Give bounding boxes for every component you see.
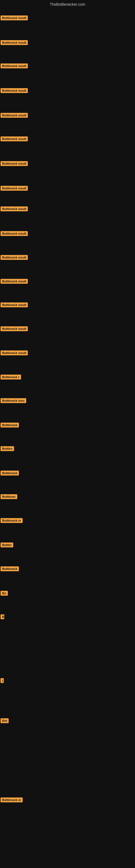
bottleneck-badge-26: B <box>1 614 4 619</box>
bottleneck-badge-10: Bottleneck result <box>1 231 28 236</box>
bottleneck-badge-4: Bottleneck result <box>1 88 28 93</box>
bottleneck-badge-5: Bottleneck result <box>1 113 28 118</box>
bottleneck-badge-2: Bottleneck result <box>1 40 28 45</box>
site-title: TheBottlenecker.com <box>0 2 135 6</box>
bottleneck-badge-25: Bo <box>1 591 8 596</box>
bottleneck-badge-6: Bottleneck result <box>1 136 28 141</box>
bottleneck-badge-1: Bottleneck result <box>1 16 28 20</box>
bottleneck-badge-18: Bottleneck <box>1 423 19 428</box>
bottleneck-badge-20: Bottleneck <box>1 471 19 475</box>
bottleneck-badge-15: Bottleneck result <box>1 350 28 355</box>
bottleneck-badge-19: Bottlen <box>1 446 14 451</box>
bottleneck-badge-21: Bottlenec <box>1 494 17 499</box>
bottleneck-badge-29: Bottleneck re <box>1 798 23 802</box>
bottleneck-badge-28: Bot <box>1 718 9 723</box>
bottleneck-badge-24: Bottleneck <box>1 566 19 571</box>
bottleneck-badge-22: Bottleneck re <box>1 518 23 523</box>
bottleneck-badge-7: Bottleneck result <box>1 161 28 166</box>
bottleneck-badge-12: Bottleneck result <box>1 279 28 284</box>
bottleneck-badge-14: Bottleneck result <box>1 326 28 331</box>
bottleneck-badge-9: Bottleneck result <box>1 207 28 211</box>
bottleneck-badge-27: | <box>1 678 4 683</box>
bottleneck-badge-13: Bottleneck result <box>1 303 28 307</box>
bottleneck-badge-3: Bottleneck result <box>1 63 28 68</box>
bottleneck-badge-23: Bottler <box>1 542 13 547</box>
bottleneck-badge-16: Bottleneck r <box>1 375 21 379</box>
bottleneck-badge-11: Bottleneck result <box>1 255 28 260</box>
bottleneck-badge-8: Bottleneck result <box>1 186 28 191</box>
bottleneck-badge-17: Bottleneck resu <box>1 398 26 403</box>
